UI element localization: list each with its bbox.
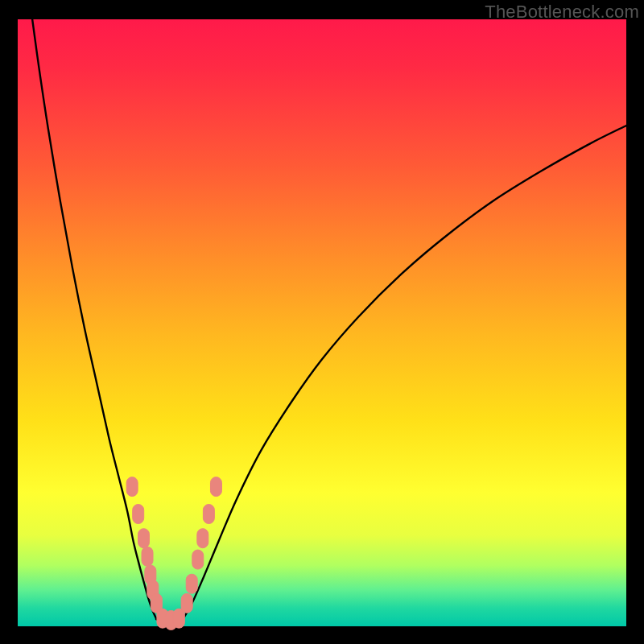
chart-frame [18, 19, 626, 626]
curve-marker [138, 529, 149, 548]
curve-marker [133, 505, 144, 524]
watermark-text: TheBottleneck.com [485, 2, 639, 23]
bottleneck-curve [32, 19, 626, 624]
marker-group [126, 477, 221, 630]
curve-marker [142, 547, 153, 566]
curve-marker [126, 477, 138, 497]
chart-svg [18, 19, 626, 626]
curve-marker [181, 593, 192, 613]
curve-marker [192, 550, 204, 569]
curve-marker [203, 505, 214, 524]
curve-marker [186, 574, 197, 593]
curve-marker [197, 529, 208, 548]
curve-marker [210, 477, 221, 497]
